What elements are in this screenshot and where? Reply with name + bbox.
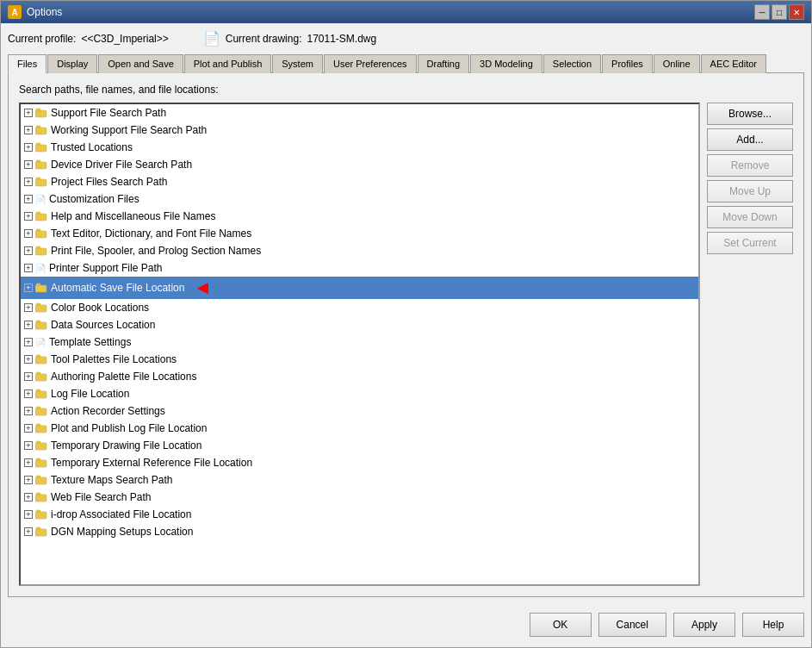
tab-plot-publish[interactable]: Plot and Publish	[184, 54, 272, 73]
item-label: Print File, Spooler, and Prolog Section …	[51, 245, 261, 257]
expand-icon[interactable]: +	[24, 212, 33, 221]
add-button[interactable]: Add...	[707, 128, 793, 151]
expand-icon[interactable]: +	[24, 160, 33, 169]
move-up-button[interactable]: Move Up	[707, 180, 793, 202]
move-down-button[interactable]: Move Down	[707, 206, 793, 228]
svg-rect-20	[36, 303, 40, 305]
item-label: Automatic Save File Location	[51, 282, 184, 294]
expand-icon[interactable]: +	[24, 303, 33, 312]
list-item[interactable]: + Project Files Search Path	[21, 173, 698, 190]
list-item[interactable]: + Help and Miscellaneous File Names	[21, 208, 698, 225]
svg-rect-22	[36, 321, 40, 322]
expand-icon[interactable]: +	[24, 246, 33, 255]
browse-button[interactable]: Browse...	[707, 103, 793, 125]
ok-button[interactable]: OK	[530, 613, 592, 637]
expand-icon[interactable]: +	[24, 109, 33, 117]
list-item[interactable]: + Action Recorder Settings	[21, 402, 698, 420]
list-item[interactable]: + Working Support File Search Path	[21, 122, 698, 139]
folder-icon	[34, 422, 48, 434]
expand-icon[interactable]: +	[24, 126, 33, 134]
folder-icon	[34, 508, 48, 520]
folder-icon	[34, 474, 48, 486]
tab-user-preferences[interactable]: User Preferences	[324, 54, 417, 73]
tab-system[interactable]: System	[272, 54, 323, 73]
tab-aec-editor[interactable]: AEC Editor	[701, 54, 766, 73]
list-item[interactable]: + Support File Search Path	[21, 104, 698, 122]
list-item[interactable]: + Authoring Palette File Locations	[21, 368, 698, 385]
cancel-button[interactable]: Cancel	[598, 613, 666, 637]
tab-display[interactable]: Display	[47, 54, 97, 73]
list-item[interactable]: + Temporary External Reference File Loca…	[21, 454, 698, 471]
apply-button[interactable]: Apply	[673, 613, 735, 637]
list-item[interactable]: + 📄 Printer Support File Path	[21, 259, 698, 277]
expand-icon[interactable]: +	[24, 441, 33, 450]
remove-button[interactable]: Remove	[707, 154, 793, 177]
expand-icon[interactable]: +	[24, 372, 33, 381]
expand-icon[interactable]: +	[24, 195, 33, 203]
folder-icon	[34, 319, 48, 331]
list-item[interactable]: + Device Driver File Search Path	[21, 156, 698, 173]
list-item[interactable]: + Color Book Locations	[21, 299, 698, 316]
expand-icon[interactable]: +	[24, 178, 33, 186]
svg-rect-40	[36, 493, 40, 495]
list-item[interactable]: + Log File Location	[21, 385, 698, 402]
tab-3d-modeling[interactable]: 3D Modeling	[470, 54, 542, 73]
item-label: Temporary Drawing File Location	[51, 439, 201, 452]
file-locations-list[interactable]: + Support File Search Path + Working S	[19, 103, 700, 586]
expand-icon[interactable]: +	[24, 338, 33, 346]
expand-icon[interactable]: +	[24, 143, 33, 152]
list-inner[interactable]: + Support File Search Path + Working S	[21, 104, 698, 584]
list-item[interactable]: + Plot and Publish Log File Location	[21, 420, 698, 437]
minimize-button[interactable]: ─	[754, 4, 770, 20]
help-button[interactable]: Help	[742, 613, 804, 637]
svg-rect-28	[36, 389, 40, 391]
expand-icon[interactable]: +	[24, 527, 33, 536]
folder-icon	[34, 107, 48, 119]
svg-rect-37	[35, 477, 46, 484]
item-label: Tool Palettes File Locations	[51, 353, 177, 365]
svg-rect-21	[35, 322, 46, 329]
list-item[interactable]: + Text Editor, Dictionary, and Font File…	[21, 225, 698, 242]
expand-icon[interactable]: +	[24, 389, 33, 398]
options-window: A Options ─ □ ✕ Current profile: <<C3D_I…	[0, 0, 812, 648]
tab-drafting[interactable]: Drafting	[418, 54, 470, 73]
list-item[interactable]: + 📄 Customization Files	[21, 190, 698, 208]
item-label: Color Book Locations	[51, 302, 149, 314]
expand-icon[interactable]: +	[24, 510, 33, 519]
tab-selection[interactable]: Selection	[543, 54, 601, 73]
list-item[interactable]: + Print File, Spooler, and Prolog Sectio…	[21, 242, 698, 259]
expand-icon[interactable]: +	[24, 493, 33, 502]
expand-icon[interactable]: +	[24, 458, 33, 467]
list-item[interactable]: + Trusted Locations	[21, 139, 698, 156]
expand-icon[interactable]: +	[24, 476, 33, 484]
list-item[interactable]: + 📄 Template Settings	[21, 333, 698, 351]
item-label: Trusted Locations	[51, 141, 133, 153]
folder-icon	[34, 491, 48, 503]
list-item[interactable]: + Texture Maps Search Path	[21, 471, 698, 489]
expand-icon[interactable]: +	[24, 321, 33, 329]
expand-icon[interactable]: +	[24, 355, 33, 364]
expand-icon[interactable]: +	[24, 424, 33, 433]
folder-icon	[34, 405, 48, 417]
list-item[interactable]: + DGN Mapping Setups Location	[21, 523, 698, 540]
list-item-highlighted[interactable]: + Automatic Save File Location ◄	[21, 277, 698, 299]
list-item[interactable]: + Tool Palettes File Locations	[21, 351, 698, 368]
title-controls: ─ □ ✕	[754, 4, 804, 20]
list-item[interactable]: + i-drop Associated File Location	[21, 506, 698, 523]
set-current-button[interactable]: Set Current	[707, 232, 793, 254]
expand-icon[interactable]: +	[24, 407, 33, 415]
list-item[interactable]: + Web File Search Path	[21, 489, 698, 506]
list-item[interactable]: + Data Sources Location	[21, 316, 698, 333]
expand-icon[interactable]: +	[24, 264, 33, 272]
close-button[interactable]: ✕	[789, 4, 804, 20]
tab-online[interactable]: Online	[654, 54, 700, 73]
expand-icon[interactable]: +	[24, 229, 33, 238]
maximize-button[interactable]: □	[772, 4, 787, 20]
folder-icon	[34, 282, 48, 294]
svg-rect-1	[35, 110, 40, 112]
expand-icon[interactable]: +	[24, 284, 33, 292]
tab-files[interactable]: Files	[8, 54, 46, 73]
tab-profiles[interactable]: Profiles	[602, 54, 653, 73]
list-item[interactable]: + Temporary Drawing File Location	[21, 437, 698, 454]
tab-open-save[interactable]: Open and Save	[98, 54, 183, 73]
